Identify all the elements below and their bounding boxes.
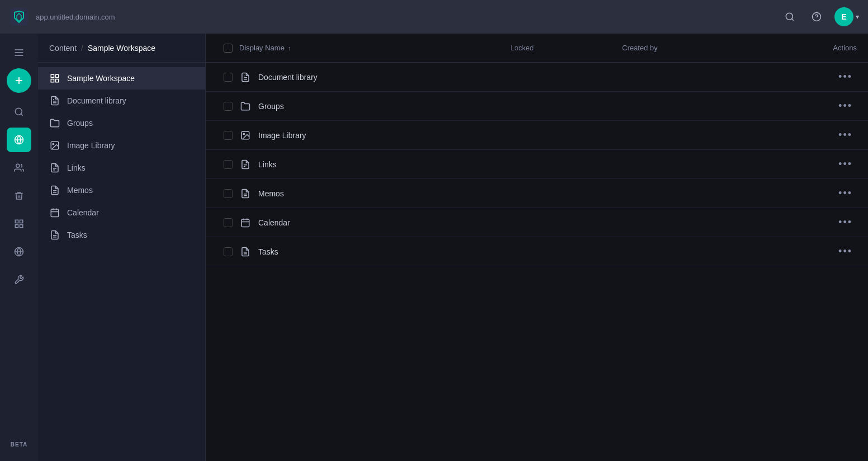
nav-panel-content: Sample Workspace Document library [38, 63, 205, 461]
table-row[interactable]: Image Library ••• [206, 121, 868, 150]
col-locked: Locked [510, 44, 622, 52]
row-actions: ••• [790, 156, 857, 172]
nav-item-image-library[interactable]: Image Library [38, 134, 205, 157]
table-row[interactable]: Calendar ••• [206, 208, 868, 237]
globe2-icon-sidebar[interactable] [7, 239, 31, 264]
nav-item-document-library[interactable]: Document library [38, 90, 205, 112]
nav-item-image-library-label: Image Library [67, 141, 115, 150]
add-button[interactable] [7, 68, 31, 93]
user-avatar: E [834, 7, 853, 26]
beta-label: BETA [11, 441, 27, 448]
table-body: Document library ••• [206, 63, 868, 461]
header-checkbox[interactable] [217, 44, 239, 53]
row-select-checkbox[interactable] [224, 247, 233, 256]
user-menu[interactable]: E ▾ [834, 7, 859, 26]
sidebar-menu-icon[interactable] [7, 40, 31, 65]
nav-item-calendar[interactable]: Calendar [38, 201, 205, 224]
search-icon-topbar[interactable] [781, 8, 799, 26]
nav-item-groups-label: Groups [67, 119, 93, 128]
row-select-checkbox[interactable] [224, 131, 233, 140]
col-locked-label: Locked [510, 44, 534, 52]
svg-point-27 [53, 143, 54, 144]
tasks-icon [49, 229, 60, 241]
top-bar-right: E ▾ [781, 7, 859, 26]
row-checkbox[interactable] [217, 160, 239, 169]
row-name: Memos [239, 187, 510, 200]
row-checkbox[interactable] [217, 73, 239, 82]
svg-point-9 [15, 108, 22, 115]
more-options-button[interactable]: ••• [834, 98, 857, 114]
col-created-by: Created by [622, 44, 790, 52]
breadcrumb: Content / Sample Workspace [38, 34, 205, 63]
row-actions: ••• [790, 98, 857, 114]
table-row[interactable]: Tasks ••• [206, 237, 868, 266]
row-image-icon [239, 129, 252, 142]
nav-item-links[interactable]: Links [38, 157, 205, 179]
more-options-button[interactable]: ••• [834, 127, 857, 143]
row-folder-icon [239, 100, 252, 112]
wrench-icon-sidebar[interactable] [7, 267, 31, 292]
row-checkbox[interactable] [217, 247, 239, 256]
svg-rect-47 [241, 219, 249, 227]
workspace-icon [49, 73, 60, 84]
table-row[interactable]: Groups ••• [206, 92, 868, 121]
more-options-button[interactable]: ••• [834, 243, 857, 260]
row-select-checkbox[interactable] [224, 73, 233, 82]
row-name: Groups [239, 100, 510, 112]
svg-point-12 [16, 164, 20, 167]
nav-item-memos-label: Memos [67, 186, 93, 195]
row-name-label: Memos [258, 189, 284, 198]
row-name: Calendar [239, 217, 510, 229]
svg-rect-32 [51, 209, 59, 217]
table-row[interactable]: Document library ••• [206, 63, 868, 92]
people-icon-sidebar[interactable] [7, 156, 31, 180]
app-logo[interactable] [9, 7, 29, 27]
widgets-icon-sidebar[interactable] [7, 211, 31, 236]
row-name: Image Library [239, 129, 510, 142]
col-display-name[interactable]: Display Name ↑ [239, 44, 510, 52]
more-options-button[interactable]: ••• [834, 156, 857, 172]
svg-point-1 [786, 13, 793, 20]
table-row[interactable]: Memos ••• [206, 179, 868, 208]
sort-icon: ↑ [288, 45, 291, 51]
row-actions: ••• [790, 243, 857, 260]
left-nav-panel: Content / Sample Workspace Sample Worksp… [38, 34, 206, 461]
row-name: Links [239, 158, 510, 171]
row-checkbox[interactable] [217, 189, 239, 198]
nav-item-groups[interactable]: Groups [38, 112, 205, 134]
row-select-checkbox[interactable] [224, 189, 233, 198]
table-row[interactable]: Links ••• [206, 150, 868, 179]
more-options-button[interactable]: ••• [834, 185, 857, 201]
row-select-checkbox[interactable] [224, 160, 233, 169]
select-all-checkbox[interactable] [224, 44, 233, 53]
links-icon [49, 162, 60, 173]
groups-icon [49, 117, 60, 129]
icon-sidebar-bottom: BETA [11, 437, 27, 454]
breadcrumb-parent[interactable]: Content [49, 44, 77, 53]
globe-icon-sidebar[interactable] [7, 128, 31, 152]
help-icon[interactable] [808, 8, 826, 26]
row-name: Tasks [239, 246, 510, 258]
col-actions: Actions [790, 44, 857, 52]
col-actions-label: Actions [833, 44, 857, 52]
row-checkbox[interactable] [217, 102, 239, 111]
nav-item-tasks[interactable]: Tasks [38, 224, 205, 246]
row-checkbox[interactable] [217, 131, 239, 140]
row-checkbox[interactable] [217, 218, 239, 227]
icon-sidebar-top [7, 40, 31, 437]
trash-icon-sidebar[interactable] [7, 184, 31, 208]
url-display: app.untitled.domain.com [36, 13, 115, 21]
nav-item-links-label: Links [67, 163, 86, 172]
top-bar-left: app.untitled.domain.com [9, 7, 115, 27]
nav-item-workspace[interactable]: Sample Workspace [38, 67, 205, 90]
row-select-checkbox[interactable] [224, 102, 233, 111]
row-select-checkbox[interactable] [224, 218, 233, 227]
more-options-button[interactable]: ••• [834, 214, 857, 230]
more-options-button[interactable]: ••• [834, 69, 857, 85]
row-name-label: Tasks [258, 247, 278, 256]
row-memos-icon [239, 187, 252, 200]
table-header: Display Name ↑ Locked Created by Actions [206, 34, 868, 63]
search-icon-sidebar[interactable] [7, 100, 31, 124]
svg-point-42 [243, 133, 244, 134]
nav-item-memos[interactable]: Memos [38, 179, 205, 201]
